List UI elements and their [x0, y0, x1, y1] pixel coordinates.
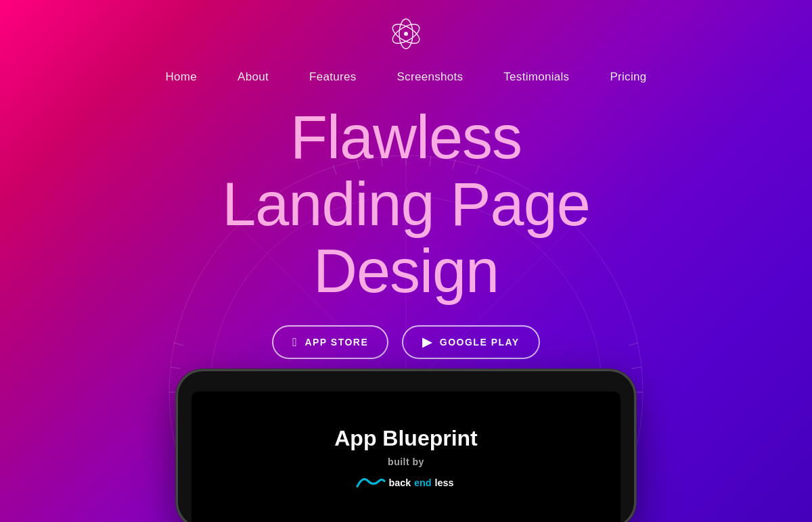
- cta-buttons:  APP STORE ▶ GOOGLE PLAY: [272, 325, 539, 359]
- headline-line1: Flawless: [290, 103, 522, 171]
- headline-line3: Design: [313, 237, 499, 305]
- svg-line-14: [174, 343, 183, 346]
- nav-home[interactable]: Home: [165, 70, 197, 84]
- logo[interactable]: [386, 14, 426, 57]
- app-store-button[interactable]:  APP STORE: [272, 325, 388, 359]
- main-nav: Home About Features Screenshots Testimon…: [165, 70, 646, 84]
- nav-pricing[interactable]: Pricing: [610, 70, 646, 84]
- phone-mockup: App Blueprint built by back end less: [176, 369, 636, 522]
- nav-screenshots[interactable]: Screenshots: [397, 70, 463, 84]
- phone-frame: App Blueprint built by back end less: [176, 369, 636, 522]
- svg-text:back: back: [388, 477, 411, 488]
- svg-line-11: [629, 343, 638, 346]
- nav-testimonials[interactable]: Testimonials: [503, 70, 569, 84]
- play-icon: ▶: [422, 335, 433, 350]
- svg-line-13: [171, 367, 181, 369]
- app-store-label: APP STORE: [304, 337, 368, 348]
- hero-headline: Flawless Landing Page Design: [222, 104, 590, 305]
- nav-features[interactable]: Features: [309, 70, 357, 84]
- hero-section: Home About Features Screenshots Testimon…: [0, 0, 812, 522]
- svg-point-22: [404, 32, 408, 36]
- svg-line-10: [631, 367, 641, 369]
- svg-text:less: less: [434, 477, 453, 488]
- backendless-logo: back end less: [352, 471, 460, 493]
- svg-text:end: end: [414, 477, 432, 488]
- apple-icon: : [292, 335, 298, 350]
- headline-line2: Landing Page: [222, 170, 590, 238]
- app-title: App Blueprint: [334, 426, 478, 451]
- built-by-label: built by: [388, 456, 424, 467]
- google-play-label: GOOGLE PLAY: [440, 337, 520, 348]
- nav-about[interactable]: About: [238, 70, 269, 84]
- google-play-button[interactable]: ▶ GOOGLE PLAY: [402, 325, 539, 359]
- phone-screen: App Blueprint built by back end less: [191, 392, 621, 522]
